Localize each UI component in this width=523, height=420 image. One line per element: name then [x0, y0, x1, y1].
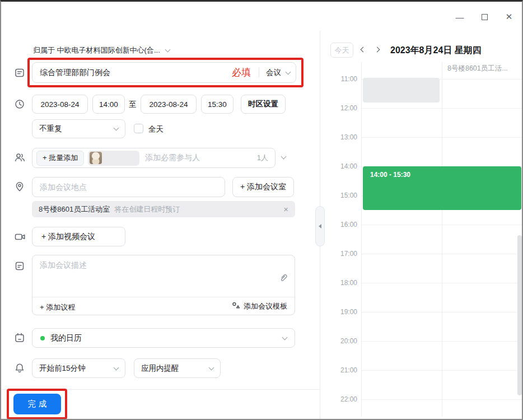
- hour-line: [362, 137, 523, 138]
- hour-label: 18:00: [329, 279, 357, 287]
- add-video-label: + 添加视频会议: [41, 232, 95, 242]
- grid-vline-columns: [442, 62, 442, 417]
- calendar-color-dot: [40, 336, 45, 340]
- timezone-button[interactable]: 时区设置: [241, 95, 286, 114]
- to-label: 至: [129, 100, 137, 110]
- end-time-value: 15:30: [208, 100, 227, 109]
- calendar-select[interactable]: 我的日历: [32, 328, 295, 348]
- location-pin-icon: [15, 181, 25, 194]
- participant-count: 1人: [257, 153, 268, 163]
- hour-line: [362, 370, 523, 371]
- chevron-down-icon: [282, 334, 288, 340]
- close-button[interactable]: ✕: [503, 11, 515, 23]
- grid-vline-gutter: [361, 62, 362, 417]
- submit-button[interactable]: 完成: [13, 394, 61, 414]
- collapse-left-icon: [319, 224, 321, 228]
- hour-label: 16:00: [329, 221, 357, 228]
- room-tag: 8号楼8601员工活动室 将在创建日程时预订 ×: [32, 201, 295, 217]
- hour-label: 21:00: [329, 366, 357, 374]
- batch-add-button[interactable]: + 批量添加: [36, 151, 84, 166]
- participant-chip[interactable]: [88, 151, 139, 166]
- hour-label: 22:00: [329, 395, 357, 403]
- hour-label: 11:00: [329, 75, 357, 83]
- reminder-method-value: 应用内提醒: [141, 363, 179, 374]
- reminder-bell-icon: [15, 363, 25, 376]
- hour-line: [362, 254, 523, 254]
- panel-collapse-handle[interactable]: [315, 206, 325, 246]
- chevron-down-icon: [165, 47, 170, 53]
- room-tag-note: 将在创建日程时预订: [114, 204, 180, 214]
- hour-label: 17:00: [329, 250, 357, 258]
- template-icon: [232, 301, 240, 311]
- timezone-label: 时区设置: [248, 99, 278, 109]
- hour-label: 20:00: [329, 337, 357, 345]
- hour-label: 13:00: [329, 133, 357, 141]
- calendar-event-window: — ✕ 归属于 中欧电子材料国际创新中心(合... 必填 会议 2023-08-…: [0, 0, 523, 420]
- maximize-icon: [482, 14, 488, 20]
- required-badge: 必填: [232, 66, 251, 79]
- participants-field[interactable]: + 批量添加 添加必需参与人 1人: [32, 148, 275, 168]
- hour-label: 14:00: [329, 162, 357, 170]
- calendar-scrollbar[interactable]: [517, 235, 522, 395]
- room-tag-name: 8号楼8601员工活动室: [39, 204, 110, 214]
- location-input[interactable]: [40, 183, 217, 192]
- all-day-checkbox[interactable]: [134, 124, 143, 133]
- start-date-input[interactable]: 2023-08-24: [32, 95, 88, 114]
- clock-icon: [15, 99, 25, 111]
- chevron-down-icon: [209, 365, 214, 370]
- chevron-down-icon: [114, 365, 119, 370]
- room-tag-close-icon[interactable]: ×: [283, 204, 288, 214]
- prev-day-icon[interactable]: [361, 47, 366, 53]
- reminder-time-value: 开始前15分钟: [39, 363, 86, 374]
- attachment-paperclip-icon[interactable]: [278, 273, 287, 284]
- title-input[interactable]: [40, 68, 232, 77]
- location-field: [32, 177, 225, 197]
- add-template-label: 添加会议模板: [244, 301, 287, 311]
- add-template-button[interactable]: 添加会议模板: [232, 301, 287, 311]
- hour-label: 19:00: [329, 308, 357, 316]
- chevron-down-icon[interactable]: [286, 69, 291, 74]
- event-type-select[interactable]: 会议: [266, 68, 281, 78]
- repeat-value: 不重复: [39, 124, 62, 134]
- reminder-time-select[interactable]: 开始前15分钟: [32, 358, 125, 378]
- hour-label: 12:00: [329, 104, 357, 112]
- batch-add-label: + 批量添加: [43, 153, 78, 163]
- submit-label: 完成: [28, 399, 50, 409]
- start-time-value: 14:00: [99, 100, 118, 109]
- participants-expand-chevron-icon[interactable]: [281, 154, 287, 160]
- add-video-button[interactable]: + 添加视频会议: [32, 227, 125, 246]
- add-agenda-button[interactable]: + 添加议程: [40, 302, 75, 312]
- hour-line: [362, 225, 523, 225]
- end-time-input[interactable]: 15:30: [201, 95, 234, 114]
- description-divider: [32, 297, 295, 297]
- add-room-label: + 添加会议室: [240, 182, 286, 192]
- title-field: 必填 会议: [32, 62, 296, 83]
- participants-placeholder: 添加必需参与人: [145, 153, 200, 163]
- owner-row[interactable]: 归属于 中欧电子材料国际创新中心(合...: [33, 45, 170, 55]
- today-button[interactable]: 今天: [330, 43, 353, 58]
- all-day-label: 全天: [148, 124, 164, 134]
- participants-icon: [15, 152, 25, 165]
- end-date-input[interactable]: 2023-08-24: [141, 95, 197, 114]
- description-input[interactable]: [40, 260, 275, 293]
- description-box: + 添加议程 添加会议模板: [32, 255, 295, 315]
- chevron-down-icon: [114, 125, 119, 131]
- add-room-button[interactable]: + 添加会议室: [232, 177, 294, 197]
- add-agenda-label: + 添加议程: [40, 303, 75, 311]
- hour-line: [362, 341, 523, 342]
- next-day-icon[interactable]: [375, 47, 380, 53]
- minimize-button[interactable]: —: [454, 11, 466, 23]
- busy-time-block[interactable]: [363, 78, 440, 102]
- event-time-label: 14:00 - 15:30: [370, 171, 410, 179]
- hour-line: [362, 108, 523, 109]
- reminder-method-select[interactable]: 应用内提醒: [134, 358, 221, 378]
- maximize-button[interactable]: [478, 11, 491, 23]
- calendar-select-value: 我的日历: [50, 333, 82, 343]
- hour-line: [362, 283, 523, 283]
- today-label: 今天: [335, 45, 349, 55]
- repeat-select[interactable]: 不重复: [32, 119, 125, 138]
- participant-avatar: [90, 152, 102, 164]
- window-controls: — ✕: [454, 11, 515, 23]
- start-time-input[interactable]: 14:00: [92, 95, 125, 114]
- new-event-block[interactable]: 14:00 - 15:30: [363, 166, 521, 210]
